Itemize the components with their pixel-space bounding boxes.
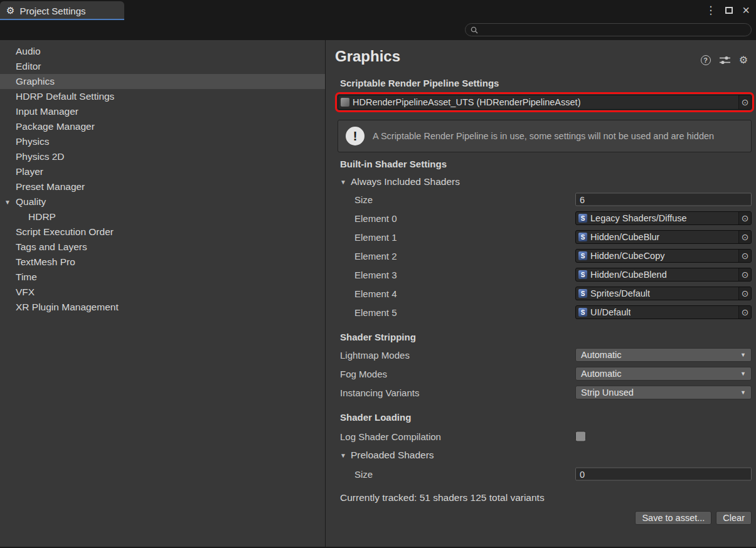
sidebar-item-vfx[interactable]: VFX: [0, 285, 325, 300]
object-picker-icon[interactable]: ⊙: [738, 287, 751, 300]
shader-object-field[interactable]: S Hidden/CubeCopy ⊙: [575, 249, 752, 263]
sidebar-item-quality[interactable]: ▼ Quality: [0, 194, 325, 209]
foldout-arrow-icon[interactable]: ▼: [340, 179, 346, 186]
section-heading-builtin: Built-in Shader Settings: [340, 159, 756, 170]
instancing-variants-label: Instancing Variants: [340, 387, 419, 398]
srp-asset-name: HDRenderPipelineAsset_UTS (HDRenderPipel…: [353, 97, 580, 107]
element-label: Element 3: [354, 270, 397, 280]
sidebar-item-hdrp-default-settings[interactable]: HDRP Default Settings: [0, 89, 325, 104]
sidebar-item-input-manager[interactable]: Input Manager: [0, 104, 325, 119]
sidebar-item-xr-plugin-management[interactable]: XR Plugin Management: [0, 300, 325, 315]
foldout-preloaded-shaders[interactable]: ▼ Preloaded Shaders: [340, 450, 756, 461]
size-label: Size: [354, 469, 373, 480]
always-included-shaders-rows: Size Element 0 S Legacy Shaders/Diffuse …: [326, 190, 756, 322]
element-label: Element 2: [354, 251, 397, 261]
sidebar-item-package-manager[interactable]: Package Manager: [0, 119, 325, 134]
clear-button[interactable]: Clear: [716, 511, 752, 525]
element-label: Element 0: [354, 213, 397, 224]
element-row: Element 0 S Legacy Shaders/Diffuse ⊙: [326, 209, 756, 228]
sidebar-item-audio[interactable]: Audio: [0, 44, 325, 59]
shader-icon: S: [578, 308, 587, 317]
save-to-asset-button[interactable]: Save to asset...: [635, 511, 711, 525]
shader-name: Legacy Shaders/Diffuse: [590, 213, 687, 223]
search-input[interactable]: [481, 24, 751, 35]
element-row: Element 4 S Sprites/Default ⊙: [326, 284, 756, 303]
section-heading-stripping: Shader Stripping: [340, 332, 756, 343]
sidebar-item-graphics[interactable]: Graphics: [0, 74, 325, 89]
dropdown-row: Instancing Variants Strip Unused ▼: [326, 383, 756, 402]
hdrp-asset-icon: [341, 98, 349, 107]
content: Audio Editor Graphics HDRP Default Setti…: [0, 40, 756, 547]
size-row: Size: [326, 465, 756, 483]
log-shader-compilation-checkbox[interactable]: [575, 431, 586, 442]
dropdown-value: Automatic: [581, 350, 621, 360]
sidebar-item-textmesh-pro[interactable]: TextMesh Pro: [0, 255, 325, 270]
tab-project-settings[interactable]: ⚙ Project Settings: [0, 1, 124, 20]
srp-asset-object-field[interactable]: HDRenderPipelineAsset_UTS (HDRenderPipel…: [338, 95, 752, 110]
element-label: Element 5: [354, 307, 397, 318]
foldout-arrow-icon[interactable]: ▼: [4, 195, 11, 210]
shader-name: Hidden/CubeBlend: [590, 270, 667, 280]
foldout-arrow-icon[interactable]: ▼: [340, 452, 346, 459]
sidebar-item-editor[interactable]: Editor: [0, 59, 325, 74]
foldout-label: Always Included Shaders: [351, 176, 460, 187]
object-picker-icon[interactable]: ⊙: [738, 250, 751, 262]
shader-icon: S: [578, 270, 587, 279]
info-icon: !: [346, 127, 365, 145]
fog-modes-dropdown[interactable]: Automatic ▼: [575, 367, 752, 381]
search-icon: [471, 26, 478, 34]
graphics-panel: Graphics ? ⚙ Scriptable Render Pipeline …: [326, 40, 756, 547]
help-icon[interactable]: ?: [701, 55, 711, 65]
object-picker-icon[interactable]: ⊙: [738, 306, 751, 319]
close-icon[interactable]: ×: [742, 5, 750, 15]
preset-icon[interactable]: [720, 56, 730, 65]
foldout-always-included-shaders[interactable]: ▼ Always Included Shaders: [340, 176, 756, 187]
gear-icon[interactable]: ⚙: [739, 54, 748, 66]
object-picker-icon[interactable]: ⊙: [738, 212, 751, 224]
button-row: Save to asset... Clear: [326, 511, 756, 525]
object-picker-icon[interactable]: ⊙: [738, 231, 751, 243]
shader-name: UI/Default: [590, 307, 631, 317]
sidebar-item-script-execution-order[interactable]: Script Execution Order: [0, 224, 325, 240]
lightmap-modes-dropdown[interactable]: Automatic ▼: [575, 348, 752, 362]
sidebar-item-tags-and-layers[interactable]: Tags and Layers: [0, 240, 325, 255]
sidebar-item-time[interactable]: Time: [0, 270, 325, 285]
shader-object-field[interactable]: S Sprites/Default ⊙: [575, 287, 752, 300]
settings-sidebar: Audio Editor Graphics HDRP Default Setti…: [0, 40, 326, 547]
sidebar-item-label: Quality: [16, 196, 46, 207]
shader-object-field[interactable]: S Hidden/CubeBlur ⊙: [575, 230, 752, 244]
shader-object-field[interactable]: S Legacy Shaders/Diffuse ⊙: [575, 211, 752, 225]
section-heading-srp: Scriptable Render Pipeline Settings: [340, 78, 756, 89]
fog-modes-label: Fog Modes: [340, 369, 387, 379]
element-row: Element 3 S Hidden/CubeBlend ⊙: [326, 265, 756, 284]
shader-object-field[interactable]: S Hidden/CubeBlend ⊙: [575, 268, 752, 282]
sidebar-item-player[interactable]: Player: [0, 164, 325, 179]
dropdown-row: Lightmap Modes Automatic ▼: [326, 345, 756, 364]
instancing-variants-dropdown[interactable]: Strip Unused ▼: [575, 386, 752, 399]
element-row: Element 1 S Hidden/CubeBlur ⊙: [326, 228, 756, 246]
foldout-label: Preloaded Shaders: [351, 450, 434, 461]
maximize-icon[interactable]: [725, 7, 733, 14]
object-picker-icon[interactable]: ⊙: [738, 268, 751, 281]
sidebar-item-physics-2d[interactable]: Physics 2D: [0, 149, 325, 164]
chevron-down-icon: ▼: [740, 352, 746, 358]
chevron-down-icon: ▼: [740, 389, 746, 396]
preloaded-size-input[interactable]: [575, 468, 752, 481]
info-help-box: ! A Scriptable Render Pipeline is in use…: [338, 120, 752, 152]
element-label: Element 1: [354, 232, 397, 243]
search-box[interactable]: [465, 23, 752, 36]
info-text: A Scriptable Render Pipeline is in use, …: [373, 131, 714, 142]
element-label: Element 4: [354, 288, 397, 299]
shader-object-field[interactable]: S UI/Default ⊙: [575, 305, 752, 319]
preloaded-shaders-rows: Size: [326, 465, 756, 483]
kebab-menu-icon[interactable]: ⋮: [705, 4, 716, 17]
size-input[interactable]: [575, 193, 752, 206]
shader-icon: S: [578, 233, 587, 241]
sidebar-item-physics[interactable]: Physics: [0, 134, 325, 149]
dropdown-value: Automatic: [581, 369, 621, 379]
size-label: Size: [354, 194, 373, 205]
title-bar: ⚙ Project Settings ⋮ ×: [0, 0, 756, 20]
sidebar-item-hdrp[interactable]: HDRP: [0, 209, 325, 224]
object-picker-icon[interactable]: ⊙: [738, 95, 751, 109]
sidebar-item-preset-manager[interactable]: Preset Manager: [0, 179, 325, 194]
